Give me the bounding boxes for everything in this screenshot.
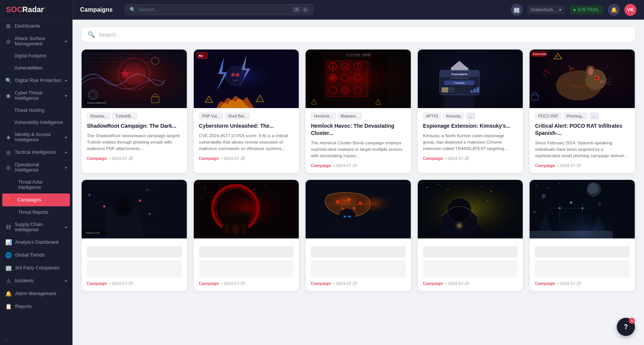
campaign-card-1[interactable]: 01001101 01100001 01101100 01110111 0110… [82,50,187,173]
card-8-body: Campaign • 2024-07-25 [306,238,411,291]
svg-point-83 [569,66,570,67]
sidebar-item-threat-hunting[interactable]: Threat Hunting [0,104,72,116]
campaign-card-3[interactable]: CLUSTER BOMB [306,50,411,173]
svg-point-152 [348,215,351,217]
topbar-search-input[interactable] [139,7,290,12]
sidebar-item-tactical[interactable]: ◎ Tactical Intelligence ▾ [0,146,72,159]
card-4-desc: Kimsuky, a North Korean cyber-espionage … [423,133,518,152]
sidebar-item-operational[interactable]: ◎ Operational Intelligence ▾ [0,159,72,176]
sidebar-item-alarm-mgmt[interactable]: 🔔 Alarm Management [0,287,72,300]
svg-rect-24 [194,50,299,108]
svg-point-85 [573,68,574,69]
chevron-icon: ▾ [65,279,67,283]
tag-malware: Malware... [338,113,362,119]
campaign-card-4[interactable]: TranslateXt Chrome extension Translate [418,50,523,173]
svg-rect-134 [242,223,246,235]
chat-badge: 1 [629,318,635,324]
card-3-type: Campaign [311,163,331,168]
card-2-type: Campaign [199,156,219,161]
card-1-footer: Campaign • 2024-07-25 [87,156,182,161]
sidebar-item-attack-surface[interactable]: ◎ Attack Surface Management ▾ [0,32,72,50]
card-5-title: Critical Alert: POCO RAT Infiltrates Spa… [535,122,630,137]
sidebar-item-vuln-intel[interactable]: Vulnerability Intelligence [0,116,72,128]
card-3-tags: Hemlock... Malware... [311,113,406,119]
sidebar-item-3rd-party[interactable]: 🏢 3rd Party Companies [0,261,72,274]
sidebar-item-digital-footprint[interactable]: Digital Footprint [0,50,72,62]
svg-point-138 [253,189,255,190]
sidebar-item-vulnerabilities[interactable]: Vulnerabilities [0,62,72,74]
campaign-card-8[interactable]: Campaign • 2024-07-25 [306,180,411,291]
campaign-card-7[interactable]: Campaign • 2024-07-25 [194,180,299,291]
card-3-title: Hemlock Havoc: The Devastating Cluster..… [311,122,406,137]
sidebar-item-identity-access[interactable]: ◈ Identity & Access Intelligence ▾ [0,128,72,146]
campaign-card-10[interactable]: ❄ ❄ ❄ [530,180,635,291]
campaign-card-2[interactable]: ! ! R2 [194,50,299,173]
card-2-desc: CVE-2024-4577 (CVSS score: 9.8) is a cri… [199,133,294,152]
chevron-icon: ▾ [65,39,67,43]
card-9-desc [423,260,518,277]
notifications-button[interactable]: 🔔 [608,4,620,16]
sidebar-item-threat-reports[interactable]: Threat Reports [0,206,72,218]
card-9-type: Campaign [423,281,443,286]
card-3-image: CLUSTER BOMB [306,50,411,108]
card-4-date: • 2024-07-25 [445,156,469,161]
card-6-type: Campaign [87,281,107,286]
sidebar-item-analytics[interactable]: 📊 Analytics Dashboard [0,236,72,249]
tactical-icon: ◎ [5,149,11,155]
page-title: Campaigns [80,6,113,13]
sidebar-item-global-trends[interactable]: 🌐 Global Trends [0,249,72,261]
card-1-type: Campaign [87,156,107,161]
card-1-title: ShadowRoot Campaign: The Dark... [87,122,182,130]
svg-point-95 [588,68,593,75]
sidebar-collapse[interactable]: « [0,334,72,345]
svg-point-137 [220,185,221,186]
credits-badge[interactable]: ● 679 TRIAL [570,5,603,14]
sidebar-item-reports[interactable]: 📋 Reports [0,300,72,313]
sidebar-item-supply-chain[interactable]: ⛓ Supply Chain Intelligence ▾ [0,218,72,236]
tag-shell: Shell Bot... [225,113,250,119]
svg-rect-58 [451,67,468,70]
card-8-title [311,246,406,257]
sidebar-item-digital-risk[interactable]: 🔍 Digital Risk Protection ▾ [0,74,72,87]
campaign-card-6[interactable]: ✈ ✈ OPERATION [82,180,187,291]
card-2-title: Cyberstorm Unleashed: The... [199,122,294,130]
svg-point-98 [597,77,598,78]
card-1-body: Shadow... TurkishB... ShadowRoot Campaig… [82,108,187,166]
company-icon: 🏢 [513,7,520,13]
svg-text:!: ! [557,55,558,59]
card-3-footer: Campaign • 2024-07-25 [311,163,406,168]
campaign-card-5[interactable]: ! POCO RAT POCO RAT Phishing... ... [530,50,635,173]
analytics-icon: 📊 [5,239,12,245]
svg-text:SHADOWROOT: SHADOWROOT [87,102,107,104]
card-6-date: • 2024-07-25 [109,281,133,286]
chevron-icon: ▾ [65,79,67,83]
dashboards-icon: ⊞ [5,23,11,29]
credits-text: 679 TRIAL [578,7,599,12]
svg-point-164 [491,190,492,191]
credits-dot: ● [573,7,576,12]
topbar-search[interactable]: 🔍 ⌘ K [125,4,314,15]
company-avatar[interactable]: 🏢 [511,4,523,16]
user-avatar[interactable]: VK [624,4,636,16]
campaign-card-9[interactable]: Campaign • 2024-07-25 [418,180,523,291]
sidebar-item-campaigns[interactable]: 🔴 Campaigns [2,193,70,206]
sidebar-item-incidents[interactable]: ⚠ Incidents ▾ [0,274,72,287]
card-5-desc: Since February 2024, Spanish-speaking in… [535,140,630,159]
card-9-footer: Campaign • 2024-07-25 [423,281,518,286]
tag-phishing: Phishing... [563,113,588,119]
svg-point-118 [116,198,130,215]
tag-turkish: TurkishB... [112,113,137,119]
sidebar-item-dashboards[interactable]: ⊞ Dashboards [0,20,72,32]
page-search-bar[interactable]: 🔍 [82,27,635,42]
sidebar-item-cyber-threat[interactable]: ◉ Cyber Threat Intelligence ▾ [0,87,72,104]
svg-point-159 [448,214,471,237]
company-selector[interactable]: GreenArch... ▾ [527,5,565,14]
sidebar-item-threat-actor[interactable]: Threat Actor Intelligence [0,176,72,193]
svg-point-78 [544,70,545,71]
tag-more-5: ... [590,113,599,119]
svg-rect-73 [477,87,479,93]
card-1-date: • 2024-07-25 [109,156,133,161]
chat-button[interactable]: ? 1 [617,318,635,336]
card-7-title [199,246,294,257]
page-search-input[interactable] [99,32,629,38]
